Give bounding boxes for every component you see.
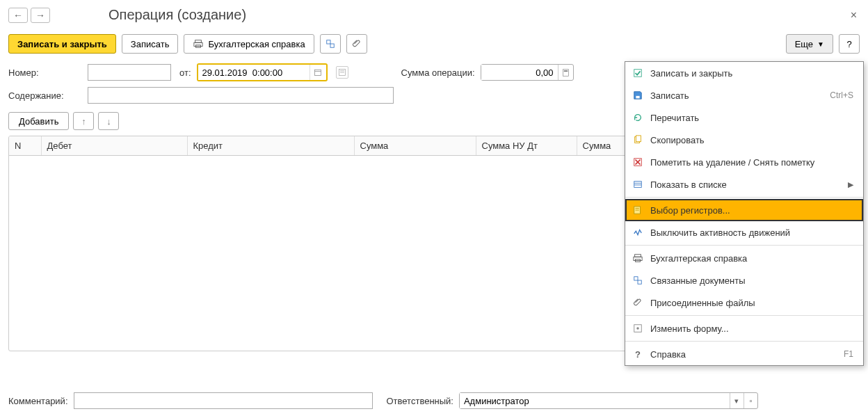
reload-icon — [632, 112, 643, 123]
page-title: Операция (создание) — [108, 7, 246, 23]
move-up-button[interactable]: ↑ — [73, 112, 94, 130]
button-label: Добавить — [19, 116, 58, 127]
activity-icon — [632, 227, 643, 238]
chevron-right-icon: ▶ — [848, 180, 853, 189]
menu-item-reload[interactable]: Перечитать — [625, 106, 863, 129]
clip-icon — [352, 39, 362, 49]
menu-item-label: Пометить на удаление / Снять пометку — [650, 157, 814, 168]
add-row-button[interactable]: Добавить — [8, 112, 69, 130]
help-button[interactable]: ? — [839, 34, 860, 54]
toolbar: Записать и закрыть Записать Бухгалтерска… — [0, 26, 868, 61]
arrow-up-icon: ↑ — [81, 116, 86, 127]
menu-item-list[interactable]: Показать в списке▶ — [625, 173, 863, 195]
svg-rect-29 — [634, 277, 638, 280]
menu-item-label: Изменить форму... — [650, 323, 729, 334]
more-button[interactable]: Еще ▼ — [786, 34, 833, 54]
number-input[interactable] — [88, 64, 171, 81]
svg-rect-16 — [636, 136, 641, 142]
save-close-icon — [632, 67, 643, 79]
linked-icon — [326, 39, 335, 49]
save-and-close-button[interactable]: Записать и закрыть — [8, 34, 116, 54]
menu-item-shortcut: F1 — [844, 349, 853, 359]
svg-rect-26 — [635, 255, 641, 257]
menu-item-help[interactable]: ?СправкаF1 — [625, 343, 863, 365]
open-icon: ▫ — [750, 397, 753, 405]
chevron-down-icon: ▾ — [734, 397, 739, 406]
svg-point-32 — [636, 327, 639, 330]
menu-item-linked[interactable]: Связанные документы — [625, 269, 863, 291]
arrow-down-icon: ↓ — [106, 116, 111, 127]
responsible-input[interactable] — [460, 393, 730, 408]
accounting-report-button[interactable]: Бухгалтерская справка — [184, 34, 314, 54]
menu-item-label: Перечитать — [650, 113, 699, 123]
responsible-dropdown-button[interactable]: ▾ — [730, 393, 744, 408]
arrow-right-icon: → — [35, 10, 45, 21]
number-label: Номер: — [8, 67, 82, 78]
linked-docs-button[interactable] — [320, 34, 341, 54]
menu-item-registers[interactable]: Выбор регистров... — [625, 199, 863, 221]
menu-item-save-close[interactable]: Записать и закрыть — [625, 62, 863, 84]
svg-rect-3 — [326, 40, 330, 44]
responsible-label: Ответственный: — [387, 396, 453, 406]
list-icon — [632, 179, 643, 190]
svg-rect-20 — [634, 182, 642, 188]
col-n[interactable]: N — [9, 136, 41, 156]
svg-rect-4 — [330, 44, 334, 47]
col-sum-nu-dt[interactable]: Сумма НУ Дт — [476, 136, 577, 156]
sum-input[interactable] — [481, 65, 558, 80]
menu-item-delete[interactable]: Пометить на удаление / Снять пометку — [625, 151, 863, 173]
registers-icon — [632, 205, 643, 216]
comment-label: Комментарий: — [8, 396, 68, 406]
calculator-button[interactable] — [558, 65, 573, 80]
close-button[interactable]: × — [848, 9, 860, 22]
printer-icon — [193, 38, 204, 49]
menu-item-label: Выбор регистров... — [650, 205, 730, 216]
comment-input[interactable] — [74, 392, 373, 409]
note-icon[interactable] — [336, 66, 348, 79]
delete-icon — [632, 157, 643, 168]
responsible-open-button[interactable]: ▫ — [744, 393, 757, 408]
menu-item-label: Бухгалтерская справка — [650, 253, 747, 264]
menu-item-label: Показать в списке — [650, 179, 727, 190]
menu-item-label: Выключить активность движений — [650, 227, 790, 238]
linked-icon — [632, 275, 643, 286]
more-menu: Записать и закрытьЗаписатьCtrl+SПеречита… — [625, 61, 864, 366]
nav-back-button[interactable]: ← — [8, 8, 28, 23]
help-icon: ? — [846, 39, 851, 49]
save-button[interactable]: Записать — [122, 34, 179, 54]
clip-icon — [632, 297, 643, 308]
button-label: Бухгалтерская справка — [208, 39, 305, 49]
menu-item-label: Справка — [650, 349, 686, 360]
col-sum[interactable]: Сумма — [354, 136, 476, 156]
menu-item-label: Связанные документы — [650, 275, 746, 286]
calculator-icon — [562, 69, 570, 77]
button-label: Записать — [131, 39, 170, 49]
calendar-icon — [314, 68, 322, 77]
svg-rect-1 — [194, 42, 202, 46]
menu-item-label: Записать — [650, 90, 689, 101]
responsible-field[interactable]: ▾ ▫ — [459, 392, 758, 409]
date-input[interactable] — [198, 65, 310, 80]
menu-item-clip[interactable]: Присоединенные файлы — [625, 291, 863, 314]
save-icon — [632, 90, 643, 101]
sum-field[interactable] — [481, 64, 574, 81]
col-credit[interactable]: Кредит — [187, 136, 354, 156]
copy-icon — [632, 134, 643, 145]
move-down-button[interactable]: ↓ — [98, 112, 119, 130]
menu-item-print[interactable]: Бухгалтерская справка — [625, 247, 863, 269]
svg-rect-0 — [195, 40, 202, 43]
menu-item-copy[interactable]: Скопировать — [625, 129, 863, 151]
col-debit[interactable]: Дебет — [41, 136, 187, 156]
arrow-left-icon: ← — [13, 10, 23, 21]
date-field[interactable] — [197, 63, 328, 81]
date-label: от: — [179, 67, 191, 78]
content-input[interactable] — [88, 87, 394, 104]
menu-item-form[interactable]: Изменить форму... — [625, 317, 863, 339]
chevron-down-icon: ▼ — [817, 40, 824, 48]
print-icon — [632, 253, 643, 264]
attachments-button[interactable] — [346, 34, 367, 54]
nav-forward-button[interactable]: → — [31, 8, 50, 23]
menu-item-save[interactable]: ЗаписатьCtrl+S — [625, 84, 863, 106]
menu-item-activity[interactable]: Выключить активность движений — [625, 221, 863, 243]
calendar-button[interactable] — [310, 65, 326, 80]
